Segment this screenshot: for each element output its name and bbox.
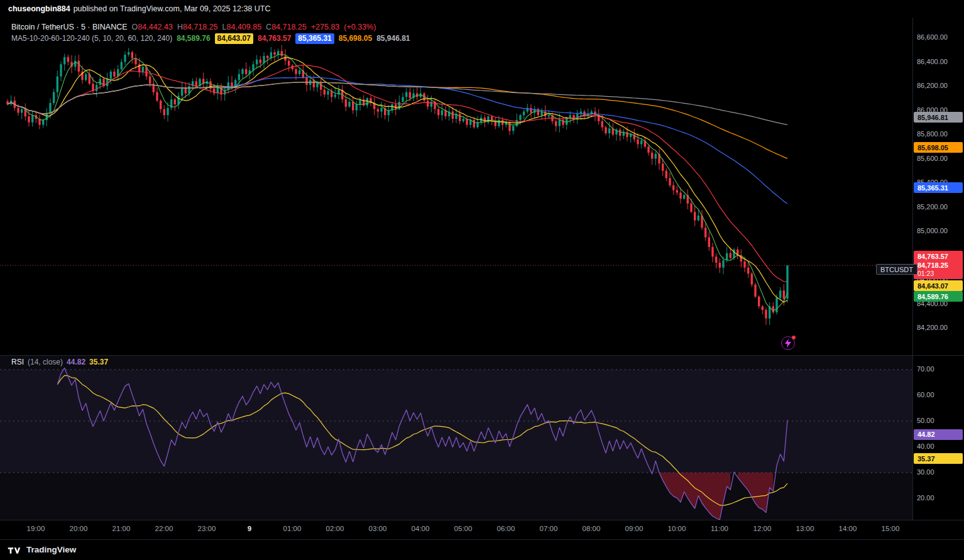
- candle: [409, 92, 411, 99]
- candle: [640, 141, 642, 145]
- candle: [726, 253, 728, 261]
- ma-value: 84,589.76: [177, 33, 210, 44]
- candle: [559, 120, 561, 126]
- candle: [256, 60, 258, 65]
- candle: [238, 74, 240, 80]
- candle: [380, 108, 382, 112]
- candle: [227, 82, 229, 90]
- time-label: 09:00: [625, 525, 644, 532]
- candle: [284, 56, 286, 61]
- tradingview-logo-icon[interactable]: [8, 546, 22, 554]
- candle: [775, 298, 777, 312]
- ohlc-item: L84,409.85: [222, 22, 262, 33]
- time-label: 02:00: [326, 525, 344, 532]
- ma-value: 85,946.81: [376, 33, 410, 44]
- price-axis[interactable]: 86,600.0086,400.0086,200.0086,000.0085,8…: [913, 18, 964, 355]
- candle: [241, 69, 243, 74]
- candle: [519, 115, 521, 120]
- candle: [715, 256, 717, 263]
- candle: [63, 57, 65, 65]
- symbol-title[interactable]: Bitcoin / TetherUS · 5 · BINANCE: [11, 22, 128, 33]
- time-axis[interactable]: 19:0020:0021:0022:0023:00901:0002:0003:0…: [0, 520, 964, 539]
- candle: [356, 104, 358, 111]
- time-label: 9: [248, 525, 251, 532]
- price-tick: 85,800.00: [917, 130, 948, 138]
- candle: [427, 101, 429, 107]
- candle: [53, 92, 55, 103]
- rsi-title[interactable]: RSI: [11, 358, 24, 366]
- candle: [765, 310, 767, 319]
- ohlc-item: C84,718.25: [266, 22, 307, 33]
- candle: [266, 56, 268, 58]
- ma-indicator-title[interactable]: MA5-10-20-60-120-240 (5, 10, 20, 60, 120…: [11, 33, 172, 44]
- time-label: 21:00: [112, 525, 131, 532]
- candle: [99, 79, 101, 85]
- price-tick: 86,000.00: [917, 106, 948, 114]
- time-label: 12:00: [753, 525, 772, 532]
- candle: [743, 261, 745, 268]
- rsi-tick: 70.00: [917, 365, 934, 373]
- time-label: 03:00: [369, 525, 387, 532]
- candle: [698, 216, 699, 221]
- price-tick: 86,200.00: [917, 82, 948, 89]
- candle: [92, 84, 94, 91]
- candle: [540, 111, 542, 115]
- time-label: 22:00: [155, 525, 173, 532]
- candle: [655, 154, 657, 159]
- candle: [156, 92, 158, 101]
- candle: [730, 253, 731, 258]
- candle: [121, 62, 123, 70]
- price-tick: 85,400.00: [917, 178, 948, 186]
- lightning-bolt-icon: [784, 339, 792, 348]
- candle: [441, 111, 443, 116]
- candle: [501, 120, 503, 125]
- candle: [334, 95, 336, 97]
- price-change: +275.83: [311, 22, 340, 33]
- candle: [67, 57, 69, 62]
- ohlc-values: O84,442.43H84,718.25L84,409.85C84,718.25: [132, 22, 307, 33]
- candle: [704, 228, 706, 237]
- candle: [637, 140, 638, 145]
- ohlc-item: H84,718.25: [177, 22, 218, 33]
- rsi-ma-value: 35.37: [89, 358, 108, 366]
- candle: [754, 285, 756, 297]
- candle: [163, 109, 165, 116]
- price-tick: 84,200.00: [917, 324, 948, 331]
- candle: [167, 108, 168, 116]
- candle: [676, 190, 678, 193]
- rsi-tick: 20.00: [917, 494, 934, 502]
- candle: [395, 104, 397, 109]
- ma-value: 84,763.57: [258, 33, 291, 44]
- candle: [288, 61, 290, 66]
- candle: [96, 85, 97, 91]
- candle: [142, 67, 144, 72]
- candle: [124, 55, 126, 62]
- candle: [758, 297, 760, 306]
- rsi-pane[interactable]: [0, 355, 912, 520]
- candle: [630, 135, 632, 137]
- price-tick: 84,600.00: [917, 275, 948, 283]
- main-price-pane[interactable]: [0, 18, 912, 355]
- candle: [295, 69, 297, 74]
- candle: [28, 116, 30, 123]
- candle-bodies: [6, 51, 788, 319]
- rsi-tick: 40.00: [917, 442, 934, 450]
- candle: [605, 128, 606, 134]
- boost-lightning-icon[interactable]: [781, 336, 795, 350]
- candle: [49, 103, 51, 113]
- publish-info: published on TradingView.com, Mar 09, 20…: [74, 4, 271, 13]
- rsi-legend: RSI (14, close) 44.82 35.37: [11, 358, 108, 366]
- ma-value: 85,698.05: [339, 33, 372, 44]
- candle: [452, 111, 454, 119]
- time-label: 10:00: [668, 525, 686, 532]
- tradingview-brand[interactable]: TradingView: [26, 545, 76, 554]
- rsi-axis[interactable]: 70.0060.0050.0040.0030.0020.00: [913, 355, 964, 520]
- candle: [42, 120, 44, 125]
- pane-separator[interactable]: [0, 355, 964, 356]
- time-label: 05:00: [454, 525, 473, 532]
- time-label: 19:00: [27, 525, 45, 532]
- candle: [647, 146, 649, 153]
- price-tick: 84,800.00: [917, 251, 948, 259]
- symbol-legend: Bitcoin / TetherUS · 5 · BINANCE O84,442…: [11, 21, 410, 44]
- candle: [665, 171, 667, 178]
